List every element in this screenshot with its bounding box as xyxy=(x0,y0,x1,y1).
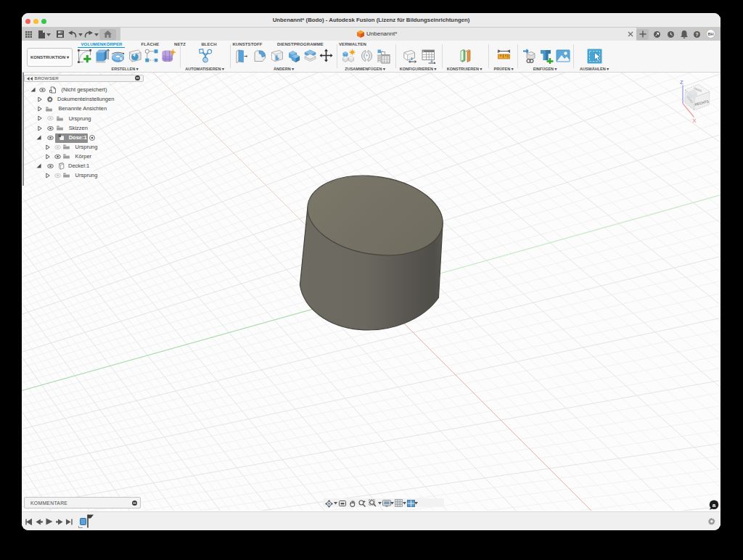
svg-text:Z: Z xyxy=(680,79,684,86)
svg-text:X: X xyxy=(693,118,697,124)
svg-text:a: a xyxy=(713,502,716,508)
svg-text:?: ? xyxy=(696,31,699,36)
